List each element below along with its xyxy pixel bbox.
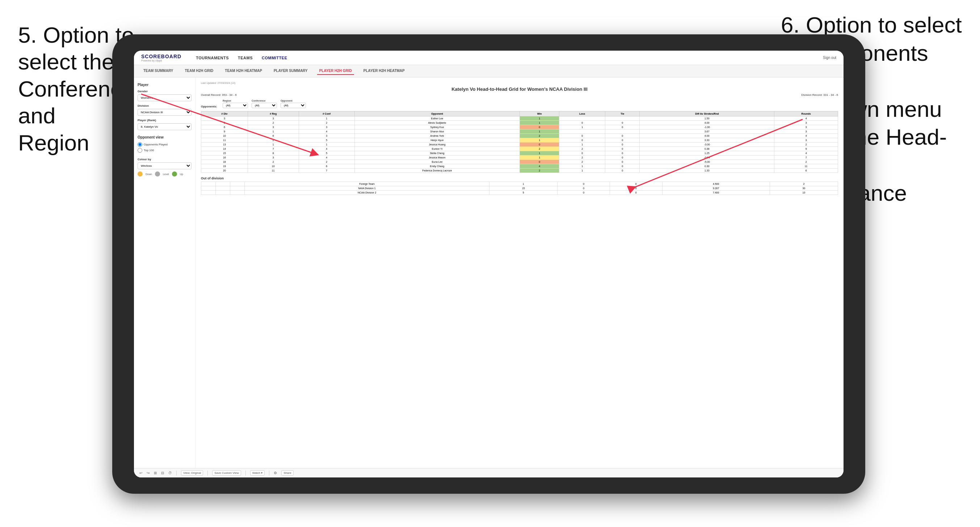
toolbar-settings[interactable]: ⚙	[274, 471, 277, 475]
watch-btn[interactable]: Watch ▾	[250, 470, 265, 476]
view-original-btn[interactable]: View: Original	[181, 470, 203, 476]
nav-committee[interactable]: COMMITTEE	[262, 54, 288, 62]
toolbar-paste[interactable]: ⊟	[161, 471, 164, 475]
td-win: 2	[520, 134, 559, 138]
td-opponent: Eunice Yi	[355, 147, 520, 151]
td-out-loss: 0	[557, 190, 610, 195]
td-out-opponent: NAIA Division 1	[245, 186, 490, 190]
toolbar-separator-4	[269, 471, 269, 476]
arrow-left	[141, 83, 322, 163]
td-win: 1	[520, 156, 559, 160]
td-loss: 2	[559, 160, 605, 164]
td-win: 1	[520, 130, 559, 134]
toolbar-separator-3	[245, 471, 246, 476]
toolbar-clock[interactable]: ⏱	[168, 471, 172, 475]
td-loss: 0	[559, 134, 605, 138]
toolbar-separator-1	[176, 471, 177, 476]
td-opponent: Emily Chang	[355, 164, 520, 168]
th-win: Win	[520, 111, 559, 116]
colour-select[interactable]: Win/loss	[138, 162, 191, 169]
th-opponent: Opponent	[355, 111, 520, 116]
toolbar-undo[interactable]: ↩	[139, 471, 142, 475]
td-out-opponent: Foreign Team	[245, 182, 490, 186]
subnav-player-summary[interactable]: PLAYER SUMMARY	[272, 67, 310, 75]
nav-teams[interactable]: TEAMS	[238, 54, 253, 62]
logo-text: SCOREBOARD	[141, 54, 181, 59]
td-conf: 7	[299, 168, 355, 173]
division-record: Division Record: 331 - 34 - 6	[802, 93, 838, 97]
td-opponent: Sydney Kuo	[355, 125, 520, 130]
td-win: 1	[520, 116, 559, 121]
dot-up-label: Up	[180, 173, 183, 175]
td-loss: 0	[559, 138, 605, 143]
td-out-loss: 0	[557, 186, 610, 190]
nav-items: TOURNAMENTS TEAMS COMMITTEE	[196, 54, 812, 62]
td-out-win: 1	[490, 182, 557, 186]
toolbar-copy[interactable]: ⊞	[154, 471, 157, 475]
td-win: 4	[520, 164, 559, 168]
td-opponent: Esther Lee	[355, 116, 520, 121]
sub-nav: TEAM SUMMARY TEAM H2H GRID TEAM H2H HEAT…	[134, 65, 843, 78]
td-win: 0	[520, 160, 559, 164]
subnav-team-summary[interactable]: TEAM SUMMARY	[141, 67, 175, 75]
td-opponent: Euna Lee	[355, 160, 520, 164]
subnav-player-h2h-grid[interactable]: PLAYER H2H GRID	[317, 67, 354, 75]
td-opponent: Jessica Huang	[355, 143, 520, 147]
td-loss: 2	[559, 156, 605, 160]
td-opponent: Jessica Mason	[355, 156, 520, 160]
td-loss: 0	[559, 121, 605, 125]
td-win: 0	[520, 125, 559, 130]
logo-area: SCOREBOARD Powered by clippd	[141, 54, 181, 62]
subnav-team-h2h-heatmap[interactable]: TEAM H2H HEATMAP	[223, 67, 264, 75]
nav-tournaments[interactable]: TOURNAMENTS	[196, 54, 229, 62]
top-nav: SCOREBOARD Powered by clippd TOURNAMENTS…	[134, 51, 843, 65]
subnav-player-h2h-heatmap[interactable]: PLAYER H2H HEATMAP	[361, 67, 407, 75]
td-loss: 0	[559, 151, 605, 156]
share-btn[interactable]: Share	[281, 470, 293, 476]
td-win: 1	[520, 138, 559, 143]
td-opponent: Andrea York	[355, 134, 520, 138]
svg-line-1	[632, 119, 803, 188]
td-opponent: Federica Domecq Lacroze	[355, 168, 520, 173]
td-div: 19	[201, 164, 248, 168]
td-win: 1	[520, 151, 559, 156]
td-out-loss: 0	[557, 182, 610, 186]
td-loss	[559, 116, 605, 121]
td-opponent: Stella Cheng	[355, 151, 520, 156]
sign-out-link[interactable]: Sign out	[823, 56, 836, 60]
td-win: 2	[520, 168, 559, 173]
td-win: 0	[520, 143, 559, 147]
logo-sub: Powered by clippd	[141, 59, 181, 62]
dot-row: Down Level Up	[138, 171, 191, 176]
td-opponent: Sharon Mun	[355, 130, 520, 134]
toolbar-separator-2	[207, 471, 208, 476]
toolbar-redo[interactable]: ↪	[146, 471, 150, 475]
subnav-team-h2h-grid[interactable]: TEAM H2H GRID	[183, 67, 215, 75]
td-loss: 1	[559, 168, 605, 173]
td-loss: 1	[559, 143, 605, 147]
td-loss: 1	[559, 164, 605, 168]
td-loss	[559, 130, 605, 134]
td-reg: 10	[248, 164, 299, 168]
td-win: 1	[520, 121, 559, 125]
td-div: 20	[201, 168, 248, 173]
dot-down	[138, 171, 143, 176]
svg-line-0	[141, 94, 315, 154]
bottom-toolbar: ↩ ↪ ⊞ ⊟ ⏱ View: Original Save Custom Vie…	[134, 468, 843, 478]
dot-down-label: Down	[146, 173, 152, 175]
arrow-right	[622, 108, 803, 199]
dot-up	[172, 171, 177, 176]
td-reg: 11	[248, 168, 299, 173]
save-custom-btn[interactable]: Save Custom View	[212, 470, 241, 476]
td-win: 2	[520, 147, 559, 151]
td-out-win: 5	[490, 190, 557, 195]
td-out-opponent: NCAA Division 2	[245, 190, 490, 195]
dot-level	[155, 171, 160, 176]
dot-level-label: Level	[163, 173, 169, 175]
td-opponent: Alexis Sudjianto	[355, 121, 520, 125]
td-loss: 2	[559, 147, 605, 151]
td-conf: 6	[299, 164, 355, 168]
td-out-win: 15	[490, 186, 557, 190]
td-loss: 1	[559, 125, 605, 130]
th-loss: Loss	[559, 111, 605, 116]
